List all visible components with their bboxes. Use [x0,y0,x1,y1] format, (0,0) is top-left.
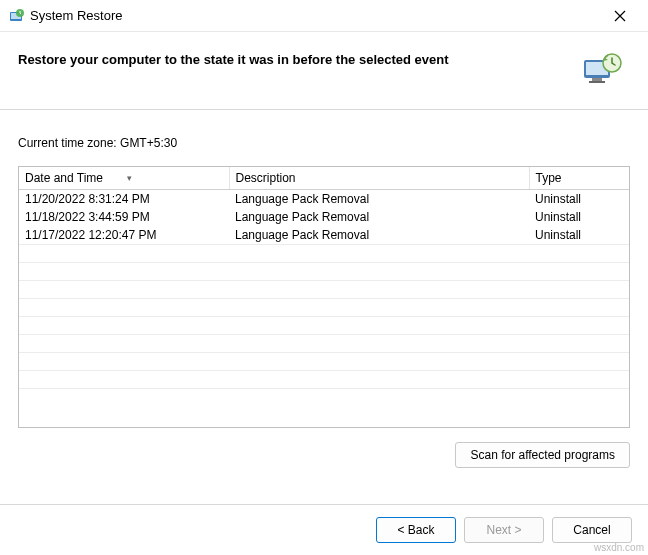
timezone-label: Current time zone: GMT+5:30 [18,136,630,150]
table-empty-row [19,263,629,281]
cancel-button[interactable]: Cancel [552,517,632,543]
wizard-footer: < Back Next > Cancel [0,504,648,555]
svg-rect-6 [589,81,605,83]
column-header-type[interactable]: Type [529,167,629,190]
table-empty-row [19,281,629,299]
window-title: System Restore [30,8,600,23]
cell-type: Uninstall [529,208,629,226]
table-row[interactable]: 11/18/2022 3:44:59 PM Language Pack Remo… [19,208,629,226]
content-area: Current time zone: GMT+5:30 Date and Tim… [0,110,648,498]
column-header-description[interactable]: Description [229,167,529,190]
column-header-description-label: Description [236,171,296,185]
system-restore-icon [8,8,24,24]
column-header-type-label: Type [536,171,562,185]
next-button[interactable]: Next > [464,517,544,543]
table-empty-row [19,389,629,407]
cell-datetime: 11/20/2022 8:31:24 PM [19,190,229,209]
below-table-actions: Scan for affected programs [18,428,630,488]
cell-type: Uninstall [529,190,629,209]
table-empty-row [19,317,629,335]
table-empty-row [19,353,629,371]
scan-affected-programs-button[interactable]: Scan for affected programs [455,442,630,468]
sort-desc-icon: ▾ [127,173,132,183]
cell-datetime: 11/18/2022 3:44:59 PM [19,208,229,226]
table-empty-row [19,245,629,263]
restore-header-icon [578,48,626,91]
cell-datetime: 11/17/2022 12:20:47 PM [19,226,229,245]
table-row[interactable]: 11/20/2022 8:31:24 PM Language Pack Remo… [19,190,629,209]
restore-points-table[interactable]: Date and Time▾ Description Type 11/20/20… [18,166,630,428]
column-header-datetime[interactable]: Date and Time▾ [19,167,229,190]
table-row[interactable]: 11/17/2022 12:20:47 PM Language Pack Rem… [19,226,629,245]
titlebar: System Restore [0,0,648,32]
table-empty-row [19,335,629,353]
page-heading: Restore your computer to the state it wa… [18,48,449,67]
wizard-header: Restore your computer to the state it wa… [0,32,648,110]
cell-description: Language Pack Removal [229,226,529,245]
column-header-datetime-label: Date and Time [25,171,103,185]
cell-description: Language Pack Removal [229,208,529,226]
table-empty-row [19,371,629,389]
table-empty-row [19,299,629,317]
cell-description: Language Pack Removal [229,190,529,209]
svg-rect-5 [592,78,602,81]
back-button[interactable]: < Back [376,517,456,543]
cell-type: Uninstall [529,226,629,245]
close-button[interactable] [600,2,640,30]
